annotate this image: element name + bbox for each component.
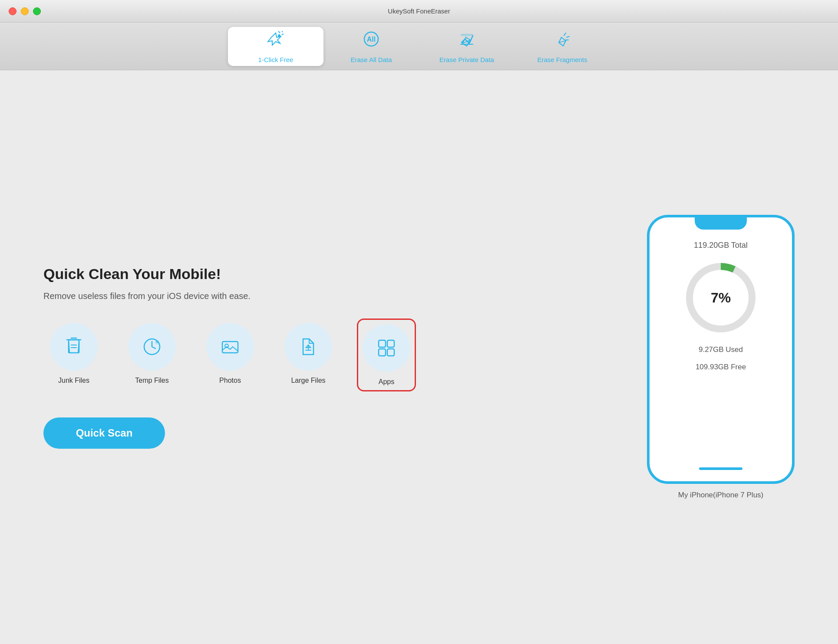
svg-rect-22	[387, 349, 394, 356]
tab-one-click[interactable]: 1-Click Free	[228, 27, 323, 66]
junk-files-box: Junk Files	[46, 319, 102, 389]
device-name: My iPhone(iPhone 7 Plus)	[678, 491, 764, 499]
photos-label: Photos	[219, 377, 241, 384]
tab-erase-all[interactable]: All Erase All Data	[323, 27, 419, 66]
svg-line-3	[282, 31, 283, 32]
category-junk-files[interactable]: Junk Files	[43, 319, 104, 389]
svg-rect-6	[461, 34, 473, 36]
category-temp-files[interactable]: Temp Files	[122, 319, 182, 389]
apps-icon-circle	[363, 324, 410, 372]
svg-rect-21	[379, 349, 386, 356]
phone-frame: 119.20GB Total 7% 9.27GB Used 109.93GB F…	[647, 215, 795, 484]
phone-home-bar	[699, 467, 742, 470]
svg-rect-14	[222, 342, 238, 353]
svg-text:All: All	[367, 36, 376, 43]
left-panel: Quick Clean Your Mobile! Remove useless …	[43, 266, 647, 449]
tab-erase-private-label: Erase Private Data	[439, 56, 494, 63]
large-files-label: Large Files	[291, 377, 325, 384]
headline: Quick Clean Your Mobile!	[43, 266, 647, 283]
window-title: UkeySoft FoneEraser	[388, 7, 450, 15]
one-click-icon	[266, 30, 285, 53]
category-large-files[interactable]: Large Files	[278, 319, 339, 389]
close-button[interactable]	[9, 7, 16, 15]
svg-line-2	[282, 34, 284, 35]
quick-scan-button[interactable]: Quick Scan	[43, 417, 165, 449]
erase-fragments-icon	[553, 30, 572, 53]
temp-files-label: Temp Files	[135, 377, 168, 384]
photos-box: Photos	[202, 319, 258, 389]
maximize-button[interactable]	[33, 7, 41, 15]
donut-percent: 7%	[711, 290, 731, 306]
large-files-icon-circle	[284, 323, 332, 371]
large-files-box: Large Files	[280, 319, 337, 389]
svg-rect-19	[379, 340, 386, 347]
apps-box: Apps	[357, 319, 416, 391]
svg-line-1	[278, 31, 280, 33]
photos-icon-circle	[206, 323, 254, 371]
tab-erase-private[interactable]: Erase Private Data	[419, 27, 515, 66]
svg-rect-7	[69, 340, 79, 353]
storage-total: 119.20GB Total	[694, 241, 748, 250]
category-icon-grid: Junk Files Temp Files	[43, 319, 647, 391]
temp-files-box: Temp Files	[124, 319, 180, 389]
category-photos[interactable]: Photos	[200, 319, 261, 389]
apps-label: Apps	[379, 378, 394, 386]
minimize-button[interactable]	[21, 7, 29, 15]
main-content: Quick Clean Your Mobile! Remove useless …	[0, 70, 838, 644]
junk-files-label: Junk Files	[58, 377, 89, 384]
right-panel: 119.20GB Total 7% 9.27GB Used 109.93GB F…	[647, 215, 795, 499]
erase-all-icon: All	[362, 30, 381, 53]
tab-bar: 1-Click Free All Erase All Data Erase Pr…	[0, 23, 838, 70]
tab-erase-fragments-label: Erase Fragments	[537, 56, 587, 63]
erase-private-icon	[457, 30, 476, 53]
subtext: Remove useless files from your iOS devic…	[43, 291, 647, 301]
traffic-lights	[9, 7, 41, 15]
svg-rect-20	[387, 340, 394, 347]
title-bar: UkeySoft FoneEraser	[0, 0, 838, 23]
phone-notch	[695, 217, 747, 230]
donut-chart: 7%	[682, 259, 760, 337]
svg-point-0	[278, 34, 280, 37]
junk-files-icon-circle	[50, 323, 98, 371]
storage-free: 109.93GB Free	[696, 363, 746, 371]
phone-content: 119.20GB Total 7% 9.27GB Used 109.93GB F…	[658, 241, 783, 473]
tab-one-click-label: 1-Click Free	[258, 56, 294, 63]
temp-files-icon-circle	[128, 323, 176, 371]
tab-erase-fragments[interactable]: Erase Fragments	[515, 27, 610, 66]
storage-used: 9.27GB Used	[699, 345, 743, 354]
category-apps[interactable]: Apps	[356, 319, 417, 391]
tab-erase-all-label: Erase All Data	[350, 56, 392, 63]
